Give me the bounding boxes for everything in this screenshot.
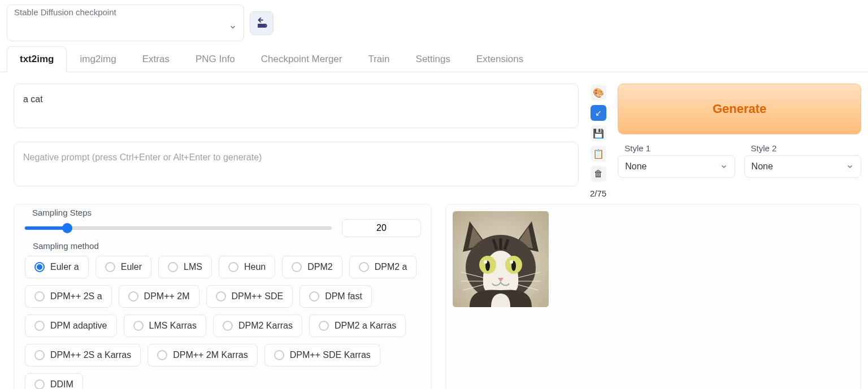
checkpoint-selector[interactable]: Stable Diffusion checkpoint: [7, 5, 244, 41]
sampler-dpm-fast[interactable]: DPM fast: [300, 285, 372, 308]
sampler-dpm2-karras[interactable]: DPM2 Karras: [213, 314, 302, 337]
cat-image-icon: [453, 211, 549, 307]
sampler-dpm-2s-a[interactable]: DPM++ 2S a: [25, 285, 112, 308]
sampler-label: LMS: [184, 262, 202, 272]
radio-icon: [105, 262, 115, 272]
sampler-dpm2-a-karras[interactable]: DPM2 a Karras: [309, 314, 406, 337]
sampler-ddim[interactable]: DDIM: [25, 373, 83, 389]
token-counter: 2/75: [590, 189, 606, 198]
sampler-dpm-adaptive[interactable]: DPM adaptive: [25, 314, 117, 337]
radio-icon: [319, 321, 329, 331]
tab-png-info[interactable]: PNG Info: [183, 46, 248, 72]
negative-prompt-input[interactable]: [14, 142, 579, 186]
checkpoint-label: Stable Diffusion checkpoint: [14, 7, 237, 17]
radio-icon: [34, 291, 45, 301]
clipboard-icon: 📋: [593, 148, 604, 159]
sampler-label: DPM++ 2S a: [50, 291, 102, 301]
tab-txt2img[interactable]: txt2img: [7, 46, 67, 72]
sampler-heun[interactable]: Heun: [219, 256, 275, 278]
apply-styles-button[interactable]: ↙: [591, 105, 606, 121]
style2-value: None: [752, 161, 773, 172]
sampler-label: DPM adaptive: [50, 321, 107, 331]
sampler-label: DPM2: [307, 262, 332, 272]
sampler-lms-karras[interactable]: LMS Karras: [124, 314, 206, 337]
tab-extensions[interactable]: Extensions: [463, 46, 536, 72]
sampler-label: Euler: [121, 262, 142, 272]
clear-button[interactable]: 🗑: [591, 166, 606, 182]
style1-value: None: [625, 161, 646, 172]
radio-icon: [34, 321, 45, 331]
paste-button[interactable]: 📋: [591, 146, 606, 161]
sampler-label: DPM++ SDE Karras: [290, 350, 371, 360]
sampler-lms[interactable]: LMS: [158, 256, 212, 278]
sampler-label: LMS Karras: [149, 321, 197, 331]
main-tabs: txt2imgimg2imgExtrasPNG InfoCheckpoint M…: [0, 46, 868, 72]
radio-icon: [34, 379, 45, 389]
generation-settings-panel: Sampling Steps Sampling method Euler aEu…: [14, 204, 432, 389]
sampling-steps-slider[interactable]: [24, 222, 332, 234]
sampler-dpm-sde[interactable]: DPM++ SDE: [206, 285, 293, 308]
save-styles-button[interactable]: 💾: [591, 125, 606, 141]
radio-icon: [34, 350, 45, 360]
radio-icon: [128, 291, 138, 301]
save-icon: 💾: [593, 128, 604, 139]
svg-text:END: END: [258, 23, 267, 28]
tab-checkpoint-merger[interactable]: Checkpoint Merger: [248, 46, 355, 72]
radio-icon: [157, 350, 167, 360]
radio-icon: [168, 262, 178, 272]
sampler-label: DPM2 a Karras: [335, 321, 396, 331]
radio-icon: [359, 262, 369, 272]
output-gallery[interactable]: [445, 204, 861, 389]
sampler-label: DPM++ 2M Karras: [173, 350, 248, 360]
radio-icon: [34, 262, 45, 272]
sampler-dpm-2m-karras[interactable]: DPM++ 2M Karras: [147, 344, 257, 366]
sampler-label: DPM fast: [325, 291, 362, 301]
radio-icon: [133, 321, 144, 331]
palette-icon: 🎨: [593, 88, 604, 98]
tab-train[interactable]: Train: [355, 46, 402, 72]
sampler-label: DPM2 Karras: [238, 321, 293, 331]
svg-point-9: [510, 260, 513, 264]
sampler-label: Euler a: [50, 262, 79, 272]
sampler-dpm2-a[interactable]: DPM2 a: [349, 256, 417, 278]
radio-icon: [292, 262, 302, 272]
sampler-label: DPM++ SDE: [232, 291, 284, 301]
sampler-label: DPM++ 2S a Karras: [50, 350, 131, 360]
sampler-euler-a[interactable]: Euler a: [25, 256, 89, 278]
tab-img2img[interactable]: img2img: [67, 46, 129, 72]
radio-icon: [228, 262, 238, 272]
sampler-dpm-2s-a-karras[interactable]: DPM++ 2S a Karras: [25, 344, 141, 366]
arrow-icon: ↙: [595, 108, 602, 117]
generate-button[interactable]: Generate: [618, 84, 861, 134]
undo-end-icon: END: [255, 17, 268, 29]
tab-settings[interactable]: Settings: [403, 46, 463, 72]
sampler-dpm2[interactable]: DPM2: [282, 256, 342, 278]
style1-select[interactable]: None: [618, 155, 735, 178]
tab-extras[interactable]: Extras: [129, 46, 183, 72]
style2-select[interactable]: None: [744, 155, 861, 178]
chevron-down-icon: [229, 23, 237, 31]
svg-point-8: [484, 260, 487, 264]
sampler-dpm-2m[interactable]: DPM++ 2M: [119, 285, 199, 308]
sampler-label: Heun: [244, 262, 266, 272]
sampling-steps-label: Sampling Steps: [29, 208, 95, 217]
radio-icon: [216, 291, 226, 301]
output-image[interactable]: [453, 211, 549, 307]
chevron-down-icon: [846, 163, 854, 171]
radio-icon: [309, 291, 319, 301]
sampler-label: DDIM: [50, 379, 73, 389]
radio-icon: [223, 321, 233, 331]
style2-label: Style 2: [744, 143, 861, 153]
sampler-euler[interactable]: Euler: [96, 256, 151, 278]
chevron-down-icon: [720, 163, 728, 171]
sampler-dpm-sde-karras[interactable]: DPM++ SDE Karras: [264, 344, 380, 366]
trash-icon: 🗑: [594, 169, 603, 179]
radio-icon: [274, 350, 284, 360]
reload-checkpoint-button[interactable]: END: [250, 11, 274, 35]
style1-label: Style 1: [618, 143, 735, 153]
sampling-method-label: Sampling method: [29, 241, 102, 251]
prompt-input[interactable]: [14, 84, 579, 128]
palette-button[interactable]: 🎨: [591, 85, 606, 100]
sampling-steps-input[interactable]: [342, 219, 421, 237]
sampler-label: DPM2 a: [375, 262, 407, 272]
